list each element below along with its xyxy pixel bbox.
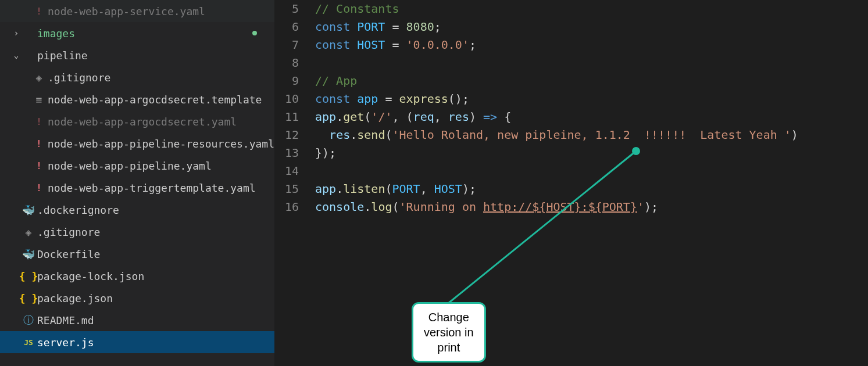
js-file-icon: JS <box>22 338 35 347</box>
code-line[interactable]: 5// Constants <box>274 0 868 18</box>
code-content[interactable]: res.send('Hello Roland, new pipleine, 1.… <box>315 126 798 144</box>
code-content[interactable]: }); <box>315 144 336 162</box>
file-item[interactable]: !node-web-app-pipeline.yaml <box>0 155 274 177</box>
file-item[interactable]: ◈.gitignore <box>0 66 274 88</box>
file-item[interactable]: { }package.json <box>0 287 274 309</box>
code-line[interactable]: 11app.get('/', (req, res) => { <box>274 108 868 126</box>
file-item[interactable]: ⓘREADME.md <box>0 309 274 331</box>
chevron-right-icon: › <box>10 28 22 38</box>
tree-item-label: node-web-app-triggertemplate.yaml <box>48 182 256 194</box>
annotation-text-1: Change <box>424 310 474 325</box>
file-item[interactable]: 🐳.dockerignore <box>0 199 274 221</box>
line-number: 6 <box>274 18 315 36</box>
code-content[interactable]: const HOST = '0.0.0.0'; <box>315 36 476 54</box>
tree-item-label: .dockerignore <box>37 204 119 216</box>
file-item[interactable]: JSserver.js <box>0 331 274 353</box>
line-number: 7 <box>274 36 315 54</box>
docker-file-icon: 🐳 <box>22 248 35 260</box>
annotation-text-3: print <box>424 340 474 355</box>
file-item[interactable]: ◈.gitignore <box>0 221 274 243</box>
md-file-icon: ⓘ <box>22 313 35 327</box>
line-number: 8 <box>274 54 315 72</box>
chevron-down-icon: ⌄ <box>10 51 22 60</box>
line-number: 11 <box>274 108 315 126</box>
tree-item-label: package.json <box>37 292 113 304</box>
line-number: 16 <box>274 198 315 216</box>
tree-item-label: README.md <box>37 314 94 326</box>
yaml-file-icon: ! <box>33 116 45 127</box>
code-line[interactable]: 15app.listen(PORT, HOST); <box>274 180 868 198</box>
code-line[interactable]: 10const app = express(); <box>274 90 868 108</box>
tree-item-label: node-web-app-pipeline.yaml <box>48 160 212 172</box>
yaml-file-icon: ! <box>33 6 45 17</box>
file-item[interactable]: !node-web-app-service.yaml <box>0 0 274 22</box>
file-explorer: !node-web-app-service.yaml›images⌄pipeli… <box>0 0 274 366</box>
code-line[interactable]: 12 res.send('Hello Roland, new pipleine,… <box>274 126 868 144</box>
code-line[interactable]: 6const PORT = 8080; <box>274 18 868 36</box>
file-item[interactable]: !node-web-app-triggertemplate.yaml <box>0 177 274 199</box>
code-content[interactable]: // Constants <box>315 0 399 18</box>
code-editor[interactable]: 5// Constants6const PORT = 8080;7const H… <box>274 0 868 366</box>
line-number: 9 <box>274 72 315 90</box>
code-line[interactable]: 14 <box>274 162 868 180</box>
code-content[interactable]: console.log('Running on http://${HOST}:$… <box>315 198 658 216</box>
code-line[interactable]: 13}); <box>274 144 868 162</box>
tree-item-label: .gitignore <box>48 71 110 84</box>
line-number: 13 <box>274 144 315 162</box>
code-line[interactable]: 16console.log('Running on http://${HOST}… <box>274 198 868 216</box>
line-number: 15 <box>274 180 315 198</box>
annotation-callout: Change version in print <box>412 302 486 363</box>
gitignore-file-icon: ◈ <box>22 226 35 238</box>
code-line[interactable]: 9// App <box>274 72 868 90</box>
yaml-file-icon: ! <box>33 160 45 171</box>
file-item[interactable]: !node-web-app-argocdsecret.yaml <box>0 110 274 132</box>
file-item[interactable]: 🐳Dockerfile <box>0 243 274 265</box>
modified-indicator-icon <box>252 31 257 35</box>
tree-item-label: .gitignore <box>37 226 100 238</box>
file-item[interactable]: ≡node-web-app-argocdsecret.template <box>0 88 274 110</box>
docker-file-icon: 🐳 <box>22 204 35 216</box>
tree-item-label: node-web-app-pipeline-resources.yaml <box>48 138 274 150</box>
tree-item-label: Dockerfile <box>37 248 100 260</box>
line-number: 5 <box>274 0 315 18</box>
line-number: 14 <box>274 162 315 180</box>
code-line[interactable]: 8 <box>274 54 868 72</box>
tree-item-label: node-web-app-argocdsecret.template <box>48 94 262 106</box>
json-file-icon: { } <box>22 292 35 304</box>
code-content[interactable]: app.listen(PORT, HOST); <box>315 180 476 198</box>
gitignore-file-icon: ◈ <box>33 71 45 84</box>
file-item[interactable]: !node-web-app-pipeline-resources.yaml <box>0 132 274 155</box>
line-number: 10 <box>274 90 315 108</box>
tree-item-label: package-lock.json <box>37 270 144 282</box>
folder-item[interactable]: ›images <box>0 22 274 44</box>
tree-item-label: images <box>37 27 75 40</box>
line-number: 12 <box>274 126 315 144</box>
code-content[interactable]: // App <box>315 72 357 90</box>
annotation-text-2: version in <box>424 325 474 340</box>
yaml-file-icon: ! <box>33 138 45 149</box>
code-line[interactable]: 7const HOST = '0.0.0.0'; <box>274 36 868 54</box>
code-content[interactable]: const PORT = 8080; <box>315 18 441 36</box>
tree-item-label: pipeline <box>37 49 88 62</box>
tree-item-label: node-web-app-argocdsecret.yaml <box>48 116 237 128</box>
code-content[interactable]: const app = express(); <box>315 90 469 108</box>
file-item[interactable]: { }package-lock.json <box>0 265 274 287</box>
tree-item-label: server.js <box>37 336 94 349</box>
yaml-file-icon: ! <box>33 182 45 193</box>
template-file-icon: ≡ <box>33 94 45 106</box>
json-file-icon: { } <box>22 270 35 282</box>
code-content[interactable]: app.get('/', (req, res) => { <box>315 108 511 126</box>
tree-item-label: node-web-app-service.yaml <box>48 5 205 17</box>
folder-item[interactable]: ⌄pipeline <box>0 44 274 66</box>
